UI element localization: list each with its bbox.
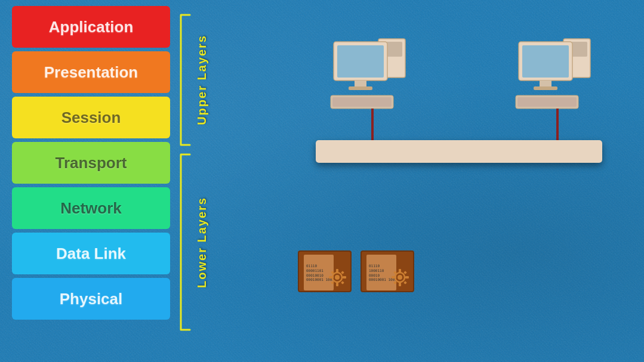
svg-rect-31	[341, 281, 344, 284]
svg-rect-35	[399, 283, 401, 286]
data-icon-2: 0111010001100001000010001 1001	[360, 250, 414, 292]
upper-bracket-svg	[175, 12, 193, 148]
layer-physical: Physical	[12, 278, 170, 320]
layer-presentation: Presentation	[12, 51, 170, 93]
network-diagram: 01110000011010001001000010001 1001	[298, 24, 620, 292]
network-bar	[316, 140, 602, 163]
data-icon-1: 01110000011010001001000010001 1001	[298, 250, 352, 292]
svg-rect-20	[517, 97, 577, 107]
svg-rect-34	[399, 269, 401, 273]
svg-rect-24	[336, 269, 338, 273]
svg-rect-9	[332, 97, 392, 107]
lower-layers-group: Lower Layers	[175, 151, 209, 333]
left-computer-svg	[328, 36, 417, 140]
svg-rect-7	[349, 86, 372, 90]
svg-rect-5	[337, 45, 384, 78]
layers-list: ApplicationPresentationSessionTransportN…	[12, 6, 170, 333]
lower-bracket-svg	[175, 151, 193, 333]
svg-rect-37	[405, 276, 409, 279]
left-computer	[328, 36, 417, 143]
bottom-icons: 01110000011010001001000010001 1001	[298, 250, 414, 292]
layer-application: Application	[12, 6, 170, 48]
upper-layers-group: Upper Layers	[175, 12, 209, 148]
lower-layers-label: Lower Layers	[195, 197, 209, 288]
layer-network: Network	[12, 187, 170, 229]
layer-session: Session	[12, 97, 170, 138]
gear-icon-1	[327, 267, 348, 288]
right-computer-svg	[513, 36, 602, 140]
layer-datalink: Data Link	[12, 233, 170, 274]
svg-rect-27	[343, 276, 346, 279]
svg-rect-26	[329, 276, 332, 279]
svg-point-23	[335, 275, 340, 280]
osi-layers-panel: ApplicationPresentationSessionTransportN…	[12, 6, 209, 333]
upper-layers-label: Upper Layers	[195, 35, 209, 125]
gear-icon-2	[390, 267, 411, 288]
right-computer	[513, 36, 602, 143]
brackets-labels: Upper Layers Lower Layers	[175, 6, 209, 333]
svg-rect-41	[403, 281, 407, 284]
svg-rect-25	[336, 283, 338, 286]
svg-point-33	[398, 275, 402, 280]
svg-rect-36	[392, 276, 395, 279]
svg-rect-16	[522, 45, 569, 78]
layer-transport: Transport	[12, 142, 170, 184]
svg-rect-18	[534, 86, 557, 90]
